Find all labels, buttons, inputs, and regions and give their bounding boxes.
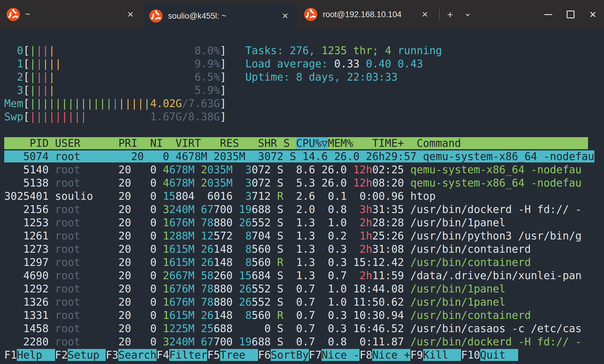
fn-action-label: Tree [220,349,258,361]
tab-close-icon[interactable]: ✕ [125,9,136,20]
process-row-2156[interactable]: 2156 root 20 0 3240M 67700 19688 S 2.0 0… [0,203,604,216]
cpu-meter-0: 0[|||| 8.0%] Tasks: 276, 1235 thr; 4 run… [0,44,604,57]
fn-key-label: F9 [410,349,423,361]
fn-action-label: Nice + [372,349,410,361]
process-row-1458[interactable]: 1458 root 20 0 1225M 25688 0 S 0.7 0.3 1… [0,322,604,335]
process-row-2280[interactable]: 2280 root 20 0 3240M 67700 19688 S 0.7 0… [0,335,604,348]
process-row-1292[interactable]: 1292 root 20 0 1676M 78880 26552 S 0.7 1… [0,282,604,295]
process-table-header[interactable]: PID USER PRI NI VIRT RES SHR S CPU%▽MEM%… [0,137,604,150]
fn-key-label: F5 [207,349,220,361]
fn-key-label: F7 [309,349,322,361]
maximize-icon [567,11,574,18]
swap-meter: Swp[||||||||| 1.67G/8.38G] [0,110,604,123]
tab-soulio[interactable]: soulio@k455l: ~ ✕ [143,3,297,29]
tab-title: root@192.168.10.104 [323,10,414,19]
fn-setup[interactable]: F2Setup [55,349,106,361]
fn-action-label: Help [17,349,55,361]
fn-key-label: F8 [360,349,372,361]
tab-close-icon[interactable]: ✕ [419,9,431,20]
process-row-1253[interactable]: 1253 root 20 0 1676M 78880 26552 S 1.3 1… [0,216,604,229]
maximize-button[interactable] [559,0,582,29]
ubuntu-icon [149,9,163,23]
cpu-meter-3: 3[|||| 5.9%] [0,84,604,97]
fn-tree[interactable]: F5Tree [207,349,258,361]
fn-action-label: Search [118,349,156,361]
fn-search[interactable]: F3Search [106,349,157,361]
fn-action-label: SortBy [271,349,309,361]
minimize-icon [544,14,552,15]
fn-kill[interactable]: F9Kill [410,349,461,361]
process-row-4690[interactable]: 4690 root 20 0 2667M 58260 15684 S 1.3 0… [0,269,604,282]
process-row-1297[interactable]: 1297 root 20 0 1615M 26148 8560 R 1.3 0.… [0,256,604,269]
tab-bar: ~ ✕ soulio@k455l: ~ ✕ root@192.168.1 [0,0,604,29]
window-controls: ✕ [537,0,604,29]
fn-action-label: Filter [169,349,207,361]
terminal-window: ~ ✕ soulio@k455l: ~ ✕ root@192.168.1 [0,0,604,364]
fn-key-label: F4 [157,349,169,361]
tab-title: soulio@k455l: ~ [168,11,274,21]
tab-close-icon[interactable]: ✕ [279,11,291,21]
cpu-meter-2: 2[|||| 6.5%] Uptime: 8 days, 22:03:33 [0,70,604,84]
fn-action-label: Nice - [322,349,360,361]
fn-key-label: F6 [258,349,271,361]
terminal-screen: 0[|||| 8.0%] Tasks: 276, 1235 thr; 4 run… [0,29,604,364]
process-row-1326[interactable]: 1326 root 20 0 1676M 78880 26552 S 0.7 1… [0,295,604,309]
process-row-5138[interactable]: 5138 root 20 0 4678M 2035M 3072 S 5.3 26… [0,176,604,190]
tab-dropdown-button[interactable]: ⌄ [459,0,476,27]
process-row-1261[interactable]: 1261 root 20 0 1288M 12572 8704 S 1.3 0.… [0,229,604,242]
new-tab-button[interactable]: + [441,0,459,29]
fn-action-label: Quit [480,349,518,361]
tab-home[interactable]: ~ ✕ [0,0,143,29]
cpu-meter-1: 1[||||| 9.9%] Load average: 0.33 0.40 0.… [0,57,604,70]
process-row-5074[interactable]: 5074 root 20 0 4678M 2035M 3072 S 14.6 2… [0,150,604,163]
tab-title: ~ [25,10,119,19]
fn-key-label: F1 [4,349,17,361]
process-row-1273[interactable]: 1273 root 20 0 1615M 26148 8560 S 1.3 0.… [0,242,604,256]
function-key-bar: F1Help F2Setup F3SearchF4FilterF5Tree F6… [4,348,518,362]
htop-output: 0[|||| 8.0%] Tasks: 276, 1235 thr; 4 run… [0,44,604,348]
ubuntu-icon [7,8,20,21]
blank-line [0,123,604,137]
fn-key-label: F3 [106,349,118,361]
fn-key-label: F2 [55,349,68,361]
fn-sortby[interactable]: F6SortBy [258,349,309,361]
minimize-button[interactable] [537,0,559,29]
fn-nice-[interactable]: F7Nice - [309,349,360,361]
process-row-1331[interactable]: 1331 root 20 0 1615M 26148 8560 R 0.7 0.… [0,309,604,322]
tab-root[interactable]: root@192.168.10.104 ✕ [297,0,437,29]
fn-action-label: Kill [423,349,461,361]
fn-filter[interactable]: F4Filter [157,349,207,361]
fn-help[interactable]: F1Help [4,349,55,361]
process-row-3025401[interactable]: 3025401 soulio 20 0 15804 6016 3712 R 2.… [0,190,604,203]
process-row-5140[interactable]: 5140 root 20 0 4678M 2035M 3072 S 8.6 26… [0,163,604,176]
fn-nice-[interactable]: F8Nice + [360,349,410,361]
fn-quit[interactable]: F10Quit [461,349,518,361]
memory-meter: Mem[|||||||||||||||||||4.02G/7.63G] [0,97,604,110]
close-window-button[interactable]: ✕ [582,0,604,29]
fn-action-label: Setup [68,349,106,361]
ubuntu-icon [304,8,317,21]
fn-key-label: F10 [461,349,480,361]
tab-divider [439,9,440,20]
